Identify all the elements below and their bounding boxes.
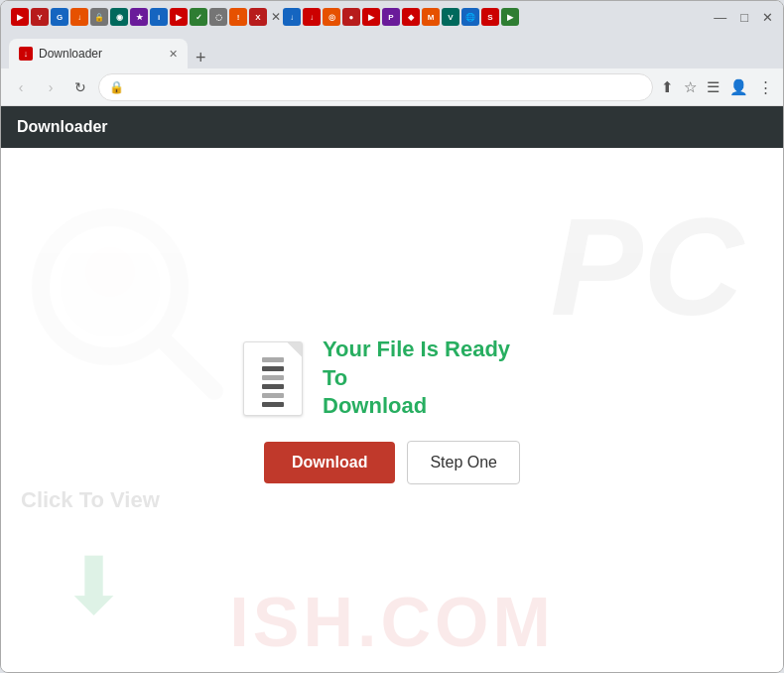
ext-icon-18[interactable]: ▶ (362, 8, 380, 26)
zip-stripe-1 (262, 357, 284, 362)
ext-icon-22[interactable]: V (442, 8, 459, 26)
new-tab-button[interactable]: + (196, 48, 206, 68)
ext-icon-8[interactable]: i (150, 8, 168, 26)
ready-text: Your File Is Ready To Download (323, 336, 541, 421)
ext-icon-20[interactable]: ◆ (402, 8, 420, 26)
ext-icon-16[interactable]: ◎ (323, 8, 340, 26)
profile-icon[interactable]: 👤 (727, 76, 750, 98)
tab-label: Downloader (39, 47, 102, 61)
ext-icon-4[interactable]: ↓ (70, 8, 88, 26)
main-content: Your File Is Ready To Download Download … (1, 148, 783, 672)
ext-icon-9[interactable]: ▶ (170, 8, 188, 26)
ext-icon-19[interactable]: P (382, 8, 400, 26)
page-header: Downloader (1, 106, 783, 148)
menu-tabs-icon[interactable]: ☰ (705, 76, 721, 98)
tab-favicon: ↓ (19, 47, 33, 61)
maximize-button[interactable]: □ (740, 10, 748, 25)
page-content: Downloader PC Click To View ISH.COM ⬇ (1, 106, 783, 672)
forward-button[interactable]: › (39, 75, 63, 99)
ext-icon-12[interactable]: ! (229, 8, 247, 26)
browser-window: ▶ Y G ↓ 🔒 ◉ ★ i ▶ ✓ ◌ ! X ✕ ↓ ↓ ◎ ● ▶ P (0, 0, 784, 673)
buttons-row: Download Step One (264, 441, 520, 484)
ext-icon-25[interactable]: ▶ (501, 8, 519, 26)
ready-text-line2: Download (323, 392, 541, 421)
ext-icon-1[interactable]: ▶ (11, 8, 29, 26)
ext-icon-21[interactable]: M (422, 8, 440, 26)
back-button[interactable]: ‹ (9, 75, 33, 99)
tab-bar: ↓ Downloader ✕ + (1, 33, 783, 68)
ext-icon-5[interactable]: 🔒 (90, 8, 108, 26)
active-tab[interactable]: ↓ Downloader ✕ (9, 39, 188, 68)
address-bar[interactable]: 🔒 (98, 73, 653, 101)
tab-close-btn[interactable]: ✕ (169, 48, 178, 61)
address-bar-row: ‹ › ↻ 🔒 ⬆ ☆ ☰ 👤 ⋮ (1, 68, 783, 106)
ext-icon-6[interactable]: ◉ (110, 8, 128, 26)
ext-icon-2[interactable]: Y (31, 8, 49, 26)
title-bar-controls: — □ ✕ (714, 10, 773, 25)
more-options-icon[interactable]: ⋮ (756, 76, 775, 98)
zip-stripe-4 (262, 384, 284, 389)
ext-icon-3[interactable]: G (51, 8, 68, 26)
title-bar: ▶ Y G ↓ 🔒 ◉ ★ i ▶ ✓ ◌ ! X ✕ ↓ ↓ ◎ ● ▶ P (1, 1, 783, 33)
zip-stripe-2 (262, 366, 284, 371)
ext-icon-17[interactable]: ● (342, 8, 360, 26)
ready-text-line1: Your File Is Ready To (323, 336, 541, 392)
ext-icon-23[interactable]: 🌐 (461, 8, 479, 26)
title-bar-left: ▶ Y G ↓ 🔒 ◉ ★ i ▶ ✓ ◌ ! X ✕ ↓ ↓ ◎ ● ▶ P (11, 8, 519, 26)
ext-icon-14[interactable]: ↓ (283, 8, 301, 26)
lock-icon: 🔒 (109, 80, 124, 94)
ext-icon-7[interactable]: ★ (130, 8, 148, 26)
content-card: Your File Is Ready To Download Download … (243, 336, 541, 484)
page-header-title: Downloader (17, 118, 108, 136)
ext-icon-11[interactable]: ◌ (209, 8, 227, 26)
file-info-row: Your File Is Ready To Download (243, 336, 541, 421)
step-one-button[interactable]: Step One (407, 441, 520, 484)
zip-file-icon (243, 341, 303, 416)
share-icon[interactable]: ⬆ (659, 76, 676, 98)
toolbar-right: ⬆ ☆ ☰ 👤 ⋮ (659, 76, 775, 98)
bookmark-icon[interactable]: ☆ (682, 76, 699, 98)
zip-stripe-6 (262, 402, 284, 407)
download-button[interactable]: Download (264, 442, 395, 483)
refresh-button[interactable]: ↻ (68, 75, 92, 99)
ext-icon-10[interactable]: ✓ (190, 8, 207, 26)
extension-icons-top: ▶ Y G ↓ 🔒 ◉ ★ i ▶ ✓ ◌ ! X ✕ ↓ ↓ ◎ ● ▶ P (11, 8, 519, 26)
ext-icon-15[interactable]: ↓ (303, 8, 321, 26)
minimize-button[interactable]: — (714, 10, 726, 25)
close-button[interactable]: ✕ (762, 10, 773, 25)
zip-stripe-5 (262, 393, 284, 398)
ext-icon-24[interactable]: S (481, 8, 499, 26)
tab-close-x[interactable]: ✕ (271, 10, 281, 24)
ext-icon-13[interactable]: X (249, 8, 267, 26)
zip-file-inner (262, 356, 284, 408)
zip-stripe-3 (262, 375, 284, 380)
